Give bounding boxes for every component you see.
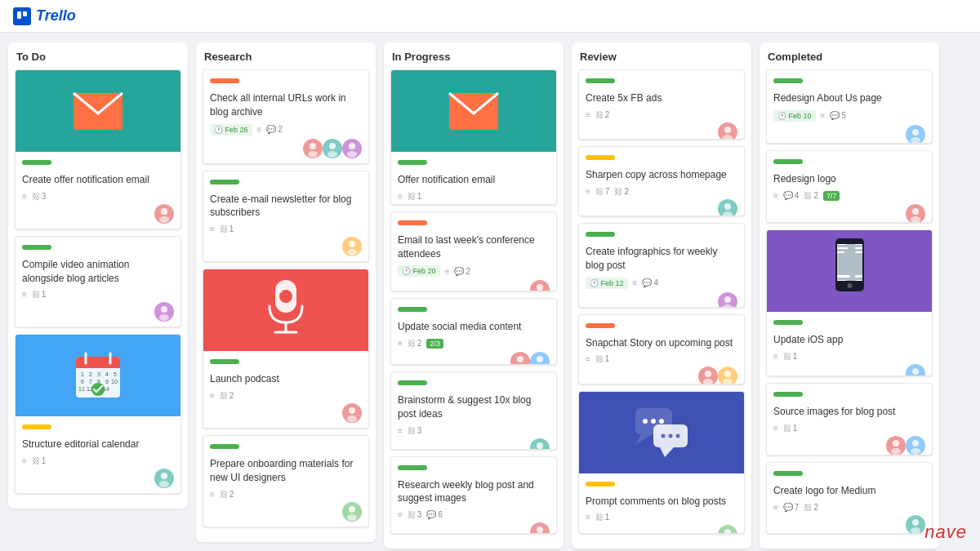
meta-value: 2 (813, 503, 818, 512)
svg-point-72 (651, 419, 656, 424)
progress-badge: 2/3 (426, 339, 443, 349)
card[interactable]: Check all internal URLs work in blog arc… (203, 69, 369, 164)
card[interactable]: Prompt comments on blog posts≡⛓1 (578, 391, 745, 534)
meta-icon: 💬 (266, 125, 276, 134)
date-badge: 🕐 Feb 12 (586, 278, 628, 289)
avatar-group (342, 237, 362, 256)
meta-item: ≡ (586, 110, 590, 119)
card[interactable]: Create 5x FB ads≡⛓2 (578, 69, 745, 140)
column-title-review: Review (578, 51, 745, 63)
meta-icon: ⛓ (783, 352, 791, 361)
svg-point-30 (308, 151, 318, 158)
card-label (398, 220, 427, 225)
svg-text:9: 9 (105, 379, 109, 384)
meta-icon: ⛓ (32, 290, 40, 299)
svg-point-84 (911, 216, 920, 223)
meta-icon: ≡ (586, 513, 590, 522)
card[interactable]: Launch podcast≡⛓2 (203, 269, 369, 429)
card[interactable]: Update social media content≡⛓22/3 (390, 298, 557, 365)
meta-icon: 💬 (830, 111, 840, 120)
card-meta: ≡⛓22/3 (398, 339, 550, 349)
meta-value: 1 (793, 424, 798, 433)
meta-item: ⛓3 (408, 426, 422, 435)
card[interactable]: Offer notification email≡⛓1 (390, 69, 557, 205)
meta-value: 6 (438, 510, 443, 519)
date-badge: 🕐 Feb 20 (398, 265, 440, 277)
card-body: Create 5x FB ads≡⛓2 (579, 70, 744, 140)
card[interactable]: Compile video animation alongside blog a… (15, 236, 181, 328)
meta-item: ≡ (22, 192, 27, 201)
card[interactable]: Create logo for Medium≡💬7⛓2 (766, 462, 933, 534)
card[interactable]: Redesign About Us page🕐 Feb 10≡💬5 (766, 69, 933, 144)
card-title: Sharpen copy across homepage (586, 168, 737, 182)
avatar (530, 352, 550, 365)
avatar-group (718, 525, 737, 534)
meta-item: 💬4 (783, 191, 800, 200)
avatar (906, 515, 925, 534)
meta-icon: ≡ (398, 426, 403, 435)
avatar-group (154, 302, 174, 322)
card-meta: ≡⛓1 (773, 424, 925, 433)
date-badge: 🕐 Feb 10 (773, 110, 816, 122)
card-label (22, 424, 51, 429)
card[interactable]: Create offer notification email≡⛓3 (15, 69, 181, 229)
card[interactable]: Create e-mail newsletter for blog subscr… (203, 171, 369, 263)
card-body: Update social media content≡⛓22/3 (391, 299, 556, 365)
card-footer (210, 237, 362, 256)
card[interactable]: Brainstorm & suggest 10x blog post ideas… (390, 371, 557, 450)
card[interactable]: Prepare onboarding materials for new UI … (203, 435, 369, 527)
svg-point-51 (517, 356, 523, 362)
card[interactable]: Snapchat Story on upcoming post≡⛓1 (578, 314, 745, 384)
card-title: Source images for blog post (773, 405, 925, 419)
card-footer (210, 139, 362, 158)
date-badge: 🕐 Feb 26 (210, 124, 252, 136)
svg-point-43 (347, 415, 357, 422)
meta-icon: ≡ (633, 278, 638, 287)
svg-text:10: 10 (111, 379, 118, 384)
svg-point-4 (159, 216, 169, 223)
meta-value: 1 (229, 224, 234, 233)
meta-item: ≡ (445, 267, 450, 276)
card[interactable]: Source images for blog post≡⛓1 (766, 383, 933, 455)
trello-logo[interactable]: Trello (13, 7, 76, 25)
card[interactable]: Redesign logo≡💬4⛓27/7 (766, 150, 933, 223)
meta-item: ⛓2 (220, 391, 234, 400)
card[interactable]: 12345 678910 11121314 Structure editoria… (15, 334, 181, 494)
avatar (303, 139, 323, 158)
card-footer (773, 364, 925, 376)
meta-icon: ⛓ (408, 192, 416, 201)
meta-icon: ≡ (398, 510, 403, 519)
card[interactable]: Email to last week's conference attendee… (390, 211, 557, 291)
svg-text:11: 11 (78, 386, 85, 392)
meta-icon: ≡ (773, 424, 778, 433)
avatar-group (906, 125, 925, 144)
svg-point-96 (893, 440, 899, 447)
meta-icon: 💬 (454, 267, 464, 276)
svg-point-44 (349, 506, 355, 513)
meta-value: 2 (229, 490, 234, 499)
avatar-group (530, 438, 550, 450)
card-body: Create logo for Medium≡💬7⛓2 (767, 463, 932, 534)
card-label (22, 160, 51, 165)
card-body: Compile video animation alongside blog a… (16, 237, 180, 327)
svg-point-100 (912, 519, 919, 526)
svg-rect-1 (23, 11, 27, 16)
svg-point-68 (723, 379, 733, 384)
card-label (398, 307, 427, 312)
meta-icon: ⛓ (220, 391, 228, 400)
card-title: Structure editorial calendar (22, 438, 174, 451)
card[interactable]: Update iOS app≡⛓1 (766, 229, 933, 376)
card[interactable]: Create infographics for weekly blog post… (578, 223, 745, 308)
card-meta: 🕐 Feb 20≡💬2 (398, 265, 550, 277)
meta-icon: ≡ (773, 191, 778, 200)
card-body: Create offer notification email≡⛓3 (16, 152, 180, 229)
meta-icon: ≡ (210, 224, 215, 233)
header: Trello (0, 0, 980, 33)
meta-icon: ≡ (257, 125, 262, 134)
card[interactable]: Research weekly blog post and suggest im… (390, 456, 557, 535)
svg-point-55 (537, 442, 543, 449)
card[interactable]: Sharpen copy across homepage≡⛓7⛓2 (578, 146, 745, 216)
meta-item: 💬4 (642, 278, 658, 287)
svg-point-28 (159, 481, 169, 487)
svg-point-64 (723, 304, 733, 308)
